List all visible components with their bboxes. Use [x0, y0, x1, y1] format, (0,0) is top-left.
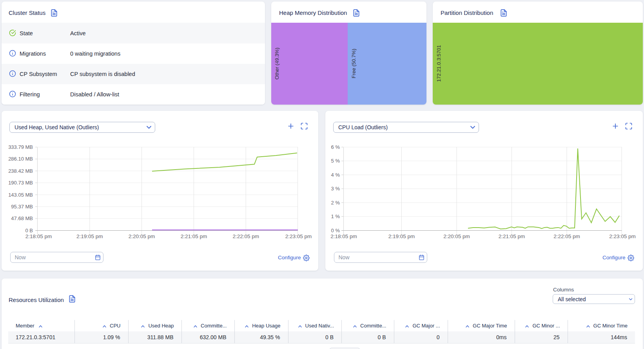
svg-text:2:20:05 pm: 2:20:05 pm [443, 233, 470, 239]
svg-text:95.37 MB: 95.37 MB [11, 204, 33, 210]
svg-text:2:22:05 pm: 2:22:05 pm [553, 233, 580, 239]
svg-text:6 %: 6 % [331, 144, 340, 150]
svg-text:2:18:05 pm: 2:18:05 pm [25, 233, 52, 239]
svg-text:4 %: 4 % [331, 172, 340, 178]
svg-text:5 %: 5 % [331, 158, 340, 164]
svg-text:2 %: 2 % [331, 200, 340, 206]
svg-text:2:19:05 pm: 2:19:05 pm [388, 233, 415, 239]
svg-text:190.73 MB: 190.73 MB [8, 180, 33, 186]
svg-text:333.79 MB: 333.79 MB [8, 144, 33, 150]
svg-text:2:20:05 pm: 2:20:05 pm [129, 233, 155, 239]
svg-text:286.10 MB: 286.10 MB [8, 156, 33, 162]
svg-text:2:19:05 pm: 2:19:05 pm [76, 233, 103, 239]
svg-text:143.05 MB: 143.05 MB [8, 192, 33, 198]
svg-text:2:22:05 pm: 2:22:05 pm [232, 233, 259, 239]
svg-text:3 %: 3 % [331, 186, 340, 192]
svg-text:47.68 MB: 47.68 MB [11, 215, 33, 221]
svg-text:0 %: 0 % [331, 228, 340, 233]
svg-text:2:23:05 pm: 2:23:05 pm [609, 233, 636, 239]
svg-text:2:21:05 pm: 2:21:05 pm [499, 233, 525, 239]
svg-text:0 B: 0 B [25, 228, 33, 233]
svg-text:2:21:05 pm: 2:21:05 pm [181, 233, 207, 239]
svg-text:2:18:05 pm: 2:18:05 pm [330, 233, 357, 239]
svg-text:238.42 MB: 238.42 MB [8, 168, 33, 174]
svg-text:1 %: 1 % [331, 213, 340, 219]
svg-text:2:23:05 pm: 2:23:05 pm [285, 233, 312, 239]
